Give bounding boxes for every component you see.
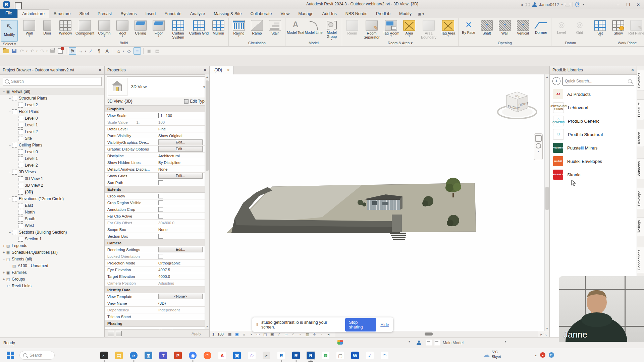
window-menu-icon[interactable] <box>15 2 22 9</box>
design-icon[interactable]: ◠ <box>380 351 389 360</box>
word-icon[interactable]: W <box>351 351 360 360</box>
tree-item-site[interactable]: Site <box>0 135 104 142</box>
edit-type-button[interactable]: Edit Type <box>184 99 207 104</box>
tree-expander-icon[interactable]: + <box>2 244 5 248</box>
property-row-scale-value[interactable]: Scale Value1:100 <box>105 119 209 126</box>
property-row-visibility-graphics-ove-[interactable]: Visibility/Graphics Ove...Edit... <box>105 139 209 146</box>
property-value[interactable] <box>157 313 209 320</box>
rstudio-icon[interactable]: R <box>277 351 286 360</box>
property-value[interactable]: 100 <box>157 119 209 125</box>
property-row-sun-path[interactable]: Sun Path <box>105 179 209 186</box>
property-row-far-clip-active[interactable]: Far Clip Active <box>105 213 209 220</box>
store-icon[interactable]: ⊞ <box>144 351 153 360</box>
3d-canvas[interactable] <box>210 74 545 331</box>
category-tab-kitchen[interactable]: Kitchen <box>637 129 644 147</box>
properties-toggle-icon[interactable] <box>116 331 122 336</box>
snip-icon[interactable]: ✂ <box>262 351 271 360</box>
property-row-target-elevation[interactable]: Target Elevation4000.0 <box>105 273 209 280</box>
prodlib-search-input[interactable]: Quick Search... <box>562 77 634 85</box>
show-rendering-dialog-icon[interactable]: ▭ <box>255 332 261 337</box>
scroll-thumb[interactable] <box>545 187 549 210</box>
tree-item-structural-plans[interactable]: −Structural Plans <box>0 95 104 102</box>
checkbox[interactable] <box>158 200 163 205</box>
category-tab-windows[interactable]: Windows <box>637 158 644 179</box>
property-row-annotation-crop[interactable]: Annotation Crop <box>105 206 209 213</box>
edge-icon[interactable]: e <box>129 351 138 360</box>
tree-expander-icon[interactable]: − <box>8 110 11 114</box>
tree-item-section-1[interactable]: Section 1 <box>0 236 104 242</box>
shaft-opening-button[interactable]: Shaft <box>478 19 496 35</box>
prodlib-header[interactable]: ProdLib Libraries ✕ <box>550 66 637 75</box>
edit-button[interactable]: Edit... <box>158 146 203 152</box>
checkbox[interactable] <box>158 214 163 219</box>
curtain-system-button[interactable]: Curtain System <box>168 19 189 39</box>
edit-button[interactable]: Edit... <box>158 139 203 145</box>
shadows-icon[interactable]: ◑ <box>248 332 254 337</box>
tray-chevron-icon[interactable]: ▴ <box>535 353 537 357</box>
tree-expander-icon[interactable]: − <box>8 143 11 147</box>
tag-area-button[interactable]: Tag Area▾ <box>439 19 457 37</box>
component-button[interactable]: Component▾ <box>74 19 95 37</box>
property-value[interactable]: 1 : 100 <box>157 112 209 119</box>
pin-icon[interactable]: ⚑ <box>69 47 76 55</box>
stair-button[interactable]: Stair <box>266 19 284 35</box>
revit-active-icon[interactable]: R <box>306 351 315 360</box>
panel-label[interactable]: Opening <box>459 41 551 46</box>
tree-item-north[interactable]: North <box>0 209 104 216</box>
highlight-displacement-icon[interactable]: ✛ <box>311 332 318 337</box>
tree-expander-icon[interactable]: + <box>2 250 5 254</box>
property-row-dependency[interactable]: DependencyIndependent <box>105 307 209 313</box>
acrobat-icon[interactable]: A <box>218 351 227 360</box>
property-value[interactable]: None <box>157 166 209 172</box>
model-line-button[interactable]: Model Line <box>305 19 323 35</box>
editing-requests-icon[interactable] <box>417 341 421 345</box>
ribbon-tab-analyze[interactable]: Analyze <box>186 10 209 18</box>
property-value[interactable] <box>157 199 209 206</box>
powerpoint-icon[interactable]: P <box>173 351 182 360</box>
tree-item-level-0[interactable]: Level 0 <box>0 115 104 122</box>
file-tab[interactable]: File <box>0 9 17 18</box>
property-row-title-on-sheet[interactable]: Title on Sheet <box>105 313 209 320</box>
steering-wheel-icon[interactable] <box>535 135 542 142</box>
edit-button[interactable]: Edit... <box>158 247 203 252</box>
ribbon-tab-view[interactable]: View <box>276 10 294 18</box>
category-tab-furniture[interactable]: Furniture <box>637 99 644 120</box>
tree-item-south[interactable]: South <box>0 216 104 222</box>
ribbon-tab-precast[interactable]: Precast <box>93 10 116 18</box>
ribbon-tab-steel[interactable]: Steel <box>75 10 94 18</box>
panel-label[interactable]: Circulation <box>229 41 285 46</box>
panel-label[interactable]: Room & Area ▾ <box>342 41 458 46</box>
property-value[interactable]: 4000.0 <box>157 273 209 280</box>
scroll-up-icon[interactable]: ▲ <box>545 75 549 78</box>
checkbox[interactable] <box>158 234 163 239</box>
zoom-icon[interactable] <box>536 143 541 148</box>
property-value[interactable] <box>157 213 209 219</box>
tree-item-level-1[interactable]: Level 1 <box>0 155 104 162</box>
property-value[interactable]: Architectural <box>157 153 209 159</box>
view-cube[interactable]: TOP FRONT RIGHT <box>496 88 539 125</box>
firefox-icon[interactable]: ◠ <box>203 351 212 360</box>
tree-item-views-all-[interactable]: −▣Views (all) <box>0 88 104 95</box>
property-value[interactable]: Edit... <box>157 139 209 145</box>
temporary-view-properties-icon[interactable]: ▫ <box>297 332 304 337</box>
model-text-button[interactable]: Model Text <box>286 19 305 35</box>
section-icon[interactable]: ◇ <box>125 48 132 54</box>
property-row-section-box[interactable]: Section Box <box>105 233 209 240</box>
sun-path-icon[interactable]: ☼ <box>241 332 247 337</box>
category-tab-envelope[interactable]: Envelope <box>637 188 644 209</box>
modify-button[interactable]: ↖ Modify <box>1 20 18 42</box>
dropdown-arrow-icon[interactable]: ▾ <box>36 50 38 53</box>
wall-opening-button[interactable]: Wall <box>496 19 514 35</box>
design-options-icon[interactable] <box>426 340 432 345</box>
print-icon[interactable] <box>49 48 56 54</box>
ribbon-display-toggle-icon[interactable]: ▣ ▾ <box>418 12 424 18</box>
chrome-icon[interactable]: ◉ <box>188 351 197 360</box>
tray-contrast-icon[interactable]: ● <box>540 352 545 358</box>
navbar-chevron-icon[interactable]: ▾ <box>538 150 539 153</box>
taskbar-weather[interactable]: ☁ 5°C Skyet <box>483 350 501 359</box>
scroll-up-icon[interactable]: ▲ <box>205 75 209 78</box>
property-value[interactable] <box>157 253 209 259</box>
property-value[interactable] <box>157 179 209 186</box>
text-icon[interactable]: A <box>104 48 110 54</box>
close-button[interactable]: ✕ <box>633 2 643 7</box>
